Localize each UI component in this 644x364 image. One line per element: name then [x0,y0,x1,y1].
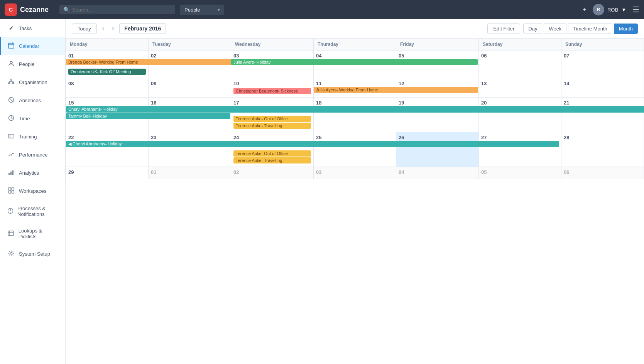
month-label: February 2016 [119,23,166,34]
absences-icon [7,97,15,104]
table-row[interactable]: 04 [396,167,479,179]
table-row[interactable]: 25 [314,132,396,167]
user-area[interactable]: R ROB ▼ [593,4,626,15]
table-row[interactable]: 07 [561,51,644,78]
sidebar-item-workspaces[interactable]: Workspaces [0,182,65,200]
table-row[interactable]: 21 [561,98,644,132]
event-cheryl-holiday-row2[interactable]: ◀ Cheryl Abrahams- Holiday [66,141,559,147]
workspaces-icon [7,187,15,195]
edit-filter-button[interactable]: Edit Filter [487,24,520,34]
table-row[interactable]: 26 [396,132,479,167]
sidebar-item-people[interactable]: People [0,55,65,73]
search-input[interactable] [72,7,171,13]
table-row[interactable]: 27 [479,132,561,167]
table-row[interactable]: 06 [561,167,644,179]
sidebar-label-lookups: Lookups & Picklists [19,228,59,239]
sidebar-item-organisation[interactable]: Organisation [0,73,65,91]
sidebar-label-workspaces: Workspaces [19,188,46,194]
event-tammy-holiday[interactable]: Tammy Bell- Holiday [66,113,230,119]
hamburger-icon[interactable]: ☰ [632,5,639,14]
sidebar-item-training[interactable]: Training [0,128,65,146]
col-saturday: Saturday [479,39,561,51]
event-christopher-sickness[interactable]: Christopher Beaumont- Sickness [233,88,311,94]
sidebar-item-analytics[interactable]: Analytics [0,164,65,182]
people-dropdown-wrap[interactable]: People Organisation Time Training ▼ [180,5,224,15]
calendar-week-2: 08 09 10 Christopher Beaumont- Sickness … [66,78,644,98]
sidebar-item-performance[interactable]: Performance [0,146,65,164]
svg-rect-20 [10,172,12,175]
sidebar-item-lookups[interactable]: Lookups & Picklists [0,222,65,245]
table-row[interactable]: 23 [149,132,231,167]
sidebar-item-absences[interactable]: Absences [0,91,65,110]
search-bar: 🔍 [59,5,175,14]
table-row[interactable]: 14 [561,78,644,98]
table-row[interactable]: 11 Julia Ayers- Working From Home [314,78,396,98]
calendar-toolbar: Today ‹ › February 2016 Edit Filter Day … [66,19,644,38]
svg-rect-5 [10,79,12,80]
table-row[interactable]: 28 [561,132,644,167]
lookups-icon [7,230,15,238]
table-row[interactable]: 03 Julia Ayers- Holiday [231,51,314,78]
event-julia-wfh[interactable]: Julia Ayers- Working From Home [314,87,478,93]
table-row[interactable]: 22 ◀ Cheryl Abrahams- Holiday [66,132,149,167]
performance-icon [7,151,15,158]
main-layout: ✔ Tasks Calendar People Organisation A [0,19,644,364]
table-row[interactable]: 01 [149,167,231,179]
table-row[interactable]: 18 [314,98,396,132]
context-dropdown[interactable]: People Organisation Time Training [180,5,224,15]
tasks-icon: ✔ [7,25,15,32]
sidebar-item-calendar[interactable]: Calendar [0,37,65,55]
calendar-grid: Monday Tuesday Wednesday Thursday Friday… [66,38,644,179]
sidebar-label-calendar: Calendar [19,43,39,49]
table-row[interactable]: 03 [314,167,396,179]
table-row[interactable]: 19 [396,98,479,132]
svg-rect-29 [8,231,14,236]
table-row[interactable]: 01 Brenda Becker- Working From Home Omni… [66,51,149,78]
svg-rect-25 [12,191,14,193]
chevron-down-icon: ▼ [621,7,626,13]
table-row[interactable]: 20 [479,98,561,132]
next-arrow[interactable]: › [110,24,116,34]
add-icon[interactable]: + [582,6,587,14]
app-name: Cezanne [20,6,49,14]
table-row[interactable]: 13 [479,78,561,98]
event-terence-travel-w3[interactable]: Terence Auke- Travelling [233,123,311,129]
today-button[interactable]: Today [72,24,97,34]
organisation-icon [7,79,15,86]
event-terence-travel-w4[interactable]: Terence Auke- Travelling [233,157,311,163]
view-day-button[interactable]: Day [523,24,542,34]
sidebar-item-time[interactable]: Time [0,110,65,128]
col-monday: Monday [66,39,149,51]
table-row[interactable]: 10 Christopher Beaumont- Sickness [231,78,314,98]
sidebar-label-training: Training [19,134,37,140]
sidebar-label-organisation: Organisation [19,79,47,85]
view-week-button[interactable]: Week [544,24,566,34]
table-row[interactable]: 05 [479,167,561,179]
table-row[interactable]: 17 Terence Auke- Out of Office Terence A… [231,98,314,132]
svg-rect-7 [12,83,14,84]
sidebar-item-tasks[interactable]: ✔ Tasks [0,19,65,37]
search-icon: 🔍 [63,7,70,13]
table-row[interactable]: 02 [231,167,314,179]
table-row[interactable]: 09 [149,78,231,98]
table-row[interactable]: 24 Terence Auke- Out of Office Terence A… [231,132,314,167]
table-row[interactable]: 06 [479,51,561,78]
event-julia-holiday-1[interactable]: Julia Ayers- Holiday [231,59,478,65]
calendar-icon [7,42,15,50]
event-terence-out-w3[interactable]: Terence Auke- Out of Office [233,116,311,122]
svg-rect-17 [8,134,14,138]
sidebar-item-processes[interactable]: Processes & Notifications [0,200,65,222]
event-cheryl-holiday-row1[interactable]: Cheryl Abrahams- Holiday ▶ [66,106,644,113]
event-terence-out-w4[interactable]: Terence Auke- Out of Office [233,150,311,157]
event-omnicrom[interactable]: Omnicrom UK- Kick Off Meeting [68,69,146,75]
calendar-week-3: 15 Cheryl Abrahams- Holiday ▶ Tammy Bell… [66,98,644,132]
view-month-button[interactable]: Month [614,24,638,34]
view-timeline-button[interactable]: Timeline Month [568,24,612,34]
sidebar-item-system[interactable]: System Setup [0,245,65,263]
prev-arrow[interactable]: ‹ [100,24,106,34]
logo-area[interactable]: C Cezanne [5,3,55,16]
table-row[interactable]: 08 [66,78,149,98]
table-row[interactable]: 29 [66,167,149,179]
table-row[interactable]: 15 Cheryl Abrahams- Holiday ▶ Tammy Bell… [66,98,149,132]
svg-rect-22 [8,188,11,190]
